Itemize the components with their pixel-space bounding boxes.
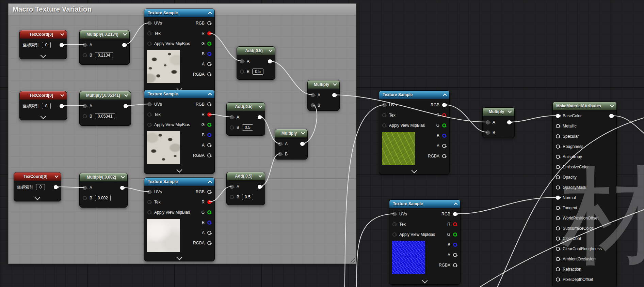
node-header[interactable]: TexCoord[0] xyxy=(20,91,67,100)
input-pin-emissivecolor[interactable] xyxy=(556,165,560,169)
value-box[interactable]: 0.5 xyxy=(242,194,253,200)
chevron-up-icon[interactable] xyxy=(208,12,212,15)
input-pin-b[interactable] xyxy=(230,125,234,130)
output-pin-rgba[interactable] xyxy=(207,153,211,157)
input-pin-metallic[interactable] xyxy=(556,124,560,128)
input-pin-b[interactable] xyxy=(240,70,244,74)
add-node-3[interactable]: Add(,0.5) A B 0.5 xyxy=(226,172,265,205)
input-pin-tex[interactable] xyxy=(147,112,151,117)
input-pin-specular[interactable] xyxy=(556,134,560,138)
input-pin-b[interactable] xyxy=(83,196,87,200)
input-pin-clearcoatroughness[interactable] xyxy=(556,247,560,251)
input-pin-a[interactable] xyxy=(240,59,244,63)
node-header[interactable]: Multiply xyxy=(483,108,514,116)
expand-chevron-icon[interactable] xyxy=(41,114,46,119)
output-pin-b[interactable] xyxy=(207,221,211,225)
output-pin-r[interactable] xyxy=(453,222,457,226)
node-header[interactable]: Texture Sample xyxy=(389,200,460,208)
multiply-node-0-05341[interactable]: Multiply(,0.05341) A B 0.05341 xyxy=(79,91,131,126)
chevron-down-icon[interactable] xyxy=(258,104,262,108)
input-pin-b[interactable] xyxy=(230,195,234,199)
coord-index-value[interactable]: 0 xyxy=(42,42,51,48)
expand-chevron-icon[interactable] xyxy=(177,255,182,260)
coord-index-value[interactable]: 0 xyxy=(42,103,51,109)
output-pin-a[interactable] xyxy=(207,231,211,235)
texture-sample-node-1[interactable]: Texture Sample UVs RGB Tex R Apply View … xyxy=(144,9,215,93)
multiply-node-mid[interactable]: Multiply A B xyxy=(275,129,308,160)
chevron-up-icon[interactable] xyxy=(443,93,447,97)
output-pin-rgba[interactable] xyxy=(207,241,211,245)
input-pin-tex[interactable] xyxy=(392,222,397,226)
input-pin-mipbias[interactable] xyxy=(382,123,386,127)
expand-chevron-icon[interactable] xyxy=(41,52,46,58)
wire[interactable] xyxy=(444,105,487,132)
output-pin-g[interactable] xyxy=(442,123,446,127)
node-header[interactable]: Texture Sample xyxy=(144,9,214,17)
expand-chevron-icon[interactable] xyxy=(412,168,417,173)
input-pin-b[interactable] xyxy=(83,53,87,57)
input-pin-subsurfacecolor[interactable] xyxy=(556,226,560,230)
material-graph-canvas[interactable]: Macro Texture Variation 材质 TexCoord[0] 坐… xyxy=(0,0,644,287)
input-pin-tex[interactable] xyxy=(147,200,151,204)
texture-sample-node-2[interactable]: Texture Sample UVs RGB Tex R Apply View … xyxy=(144,90,215,174)
chevron-up-icon[interactable] xyxy=(208,93,212,96)
chevron-down-icon[interactable] xyxy=(301,131,305,134)
input-pin-tex[interactable] xyxy=(147,31,151,35)
chevron-down-icon[interactable] xyxy=(121,175,125,178)
input-pin-clearcoat[interactable] xyxy=(556,237,560,241)
input-pin-b[interactable] xyxy=(83,114,87,118)
output-pin-b[interactable] xyxy=(207,52,211,56)
input-pin-mipbias[interactable] xyxy=(147,42,151,46)
wire[interactable] xyxy=(509,116,558,122)
node-header[interactable]: Texture Sample xyxy=(144,90,214,98)
node-header[interactable]: TexCoord[0] xyxy=(20,30,67,39)
input-pin-a[interactable] xyxy=(311,93,315,97)
input-pin-opacity[interactable] xyxy=(556,175,560,179)
texcoord-node-1[interactable]: TexCoord[0] 坐标索引 0 xyxy=(19,30,67,59)
add-node-2[interactable]: Add(,0.5) A B 0.5 xyxy=(226,102,265,136)
input-pin-tex[interactable] xyxy=(382,113,386,117)
comment-resize-handle[interactable] xyxy=(350,258,355,262)
chevron-down-icon[interactable] xyxy=(258,173,262,177)
input-pin-mipbias[interactable] xyxy=(147,210,151,214)
wire[interactable] xyxy=(455,197,558,214)
node-header[interactable]: TexCoord[0] xyxy=(14,172,61,181)
texture-sample-node-normal[interactable]: Texture Sample UVs RGB Tex R Apply View … xyxy=(389,199,461,285)
node-header[interactable]: Multiply(,0.002) xyxy=(80,173,127,181)
chevron-down-icon[interactable] xyxy=(124,93,128,96)
expand-chevron-icon[interactable] xyxy=(422,278,428,284)
input-pin-b[interactable] xyxy=(486,131,490,135)
input-pin-tangent[interactable] xyxy=(556,206,560,210)
make-material-attributes-node[interactable]: MakeMaterialAttributes BaseColor Metalli… xyxy=(552,102,617,287)
chevron-down-icon[interactable] xyxy=(269,48,272,52)
output-pin-rgb[interactable] xyxy=(207,102,211,106)
input-pin-worldpositionoffset[interactable] xyxy=(556,216,560,220)
chevron-down-icon[interactable] xyxy=(123,32,127,35)
node-header[interactable]: Add(,0.5) xyxy=(237,47,275,55)
output-pin-a[interactable] xyxy=(442,144,446,148)
output-pin-rgb[interactable] xyxy=(207,190,211,194)
chevron-up-icon[interactable] xyxy=(208,180,212,184)
expand-chevron-icon[interactable] xyxy=(35,195,41,200)
output-pin-g[interactable] xyxy=(207,210,211,214)
output-pin-a[interactable] xyxy=(453,253,457,257)
expand-chevron-icon[interactable] xyxy=(177,167,182,173)
node-header[interactable]: Add(,0.5) xyxy=(227,172,265,180)
input-pin-ambientocclusion[interactable] xyxy=(556,257,560,261)
output-pin-g[interactable] xyxy=(207,42,211,46)
output-pin-rgb[interactable] xyxy=(207,21,211,25)
coord-index-value[interactable]: 0 xyxy=(36,184,45,190)
chevron-down-icon[interactable] xyxy=(333,82,337,86)
output-pin-rgba[interactable] xyxy=(453,263,457,267)
texture-sample-node-3[interactable]: Texture Sample UVs RGB Tex R Apply View … xyxy=(144,177,215,261)
node-header[interactable]: Texture Sample xyxy=(379,91,449,99)
node-header[interactable]: Multiply(,0.2134) xyxy=(80,30,129,39)
node-header[interactable]: Texture Sample xyxy=(144,178,214,186)
output-pin-a[interactable] xyxy=(207,62,211,66)
output-pin-a[interactable] xyxy=(207,143,211,147)
output-pin-g[interactable] xyxy=(207,123,211,127)
value-box[interactable]: 0.05341 xyxy=(95,113,115,119)
input-pin-pixeldepthoffset[interactable] xyxy=(556,277,560,282)
input-pin-roughness[interactable] xyxy=(556,145,560,149)
wire[interactable] xyxy=(356,214,394,287)
